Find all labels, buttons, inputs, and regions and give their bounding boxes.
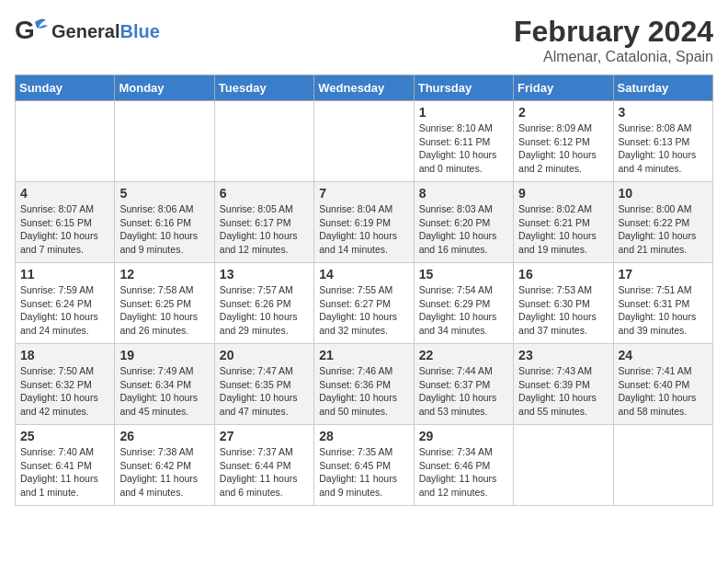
sunset-info: Sunset: 6:35 PM — [220, 379, 291, 390]
day-number: 4 — [20, 186, 109, 201]
day-number: 28 — [319, 429, 408, 443]
calendar-cell: 21Sunrise: 7:46 AMSunset: 6:36 PMDayligh… — [314, 344, 414, 425]
day-info: Sunrise: 7:58 AMSunset: 6:25 PMDaylight:… — [119, 283, 209, 338]
sub-title: Almenar, Catalonia, Spain — [514, 49, 713, 65]
day-number: 7 — [319, 186, 408, 201]
sunset-info: Sunset: 6:44 PM — [220, 460, 291, 471]
day-number: 25 — [20, 429, 109, 443]
sunset-info: Sunset: 6:45 PM — [319, 460, 391, 471]
day-number: 3 — [619, 105, 708, 120]
week-row-5: 25Sunrise: 7:40 AMSunset: 6:41 PMDayligh… — [16, 425, 713, 506]
calendar-cell: 16Sunrise: 7:53 AMSunset: 6:30 PMDayligh… — [514, 263, 613, 344]
calendar-cell — [115, 101, 214, 182]
day-info: Sunrise: 7:55 AMSunset: 6:27 PMDaylight:… — [319, 283, 408, 338]
day-number: 11 — [20, 267, 109, 282]
calendar-cell: 1Sunrise: 8:10 AMSunset: 6:11 PMDaylight… — [414, 101, 513, 182]
calendar-cell — [214, 101, 313, 182]
daylight-info: Daylight: 10 hours and 9 minutes. — [119, 230, 198, 255]
day-number: 2 — [518, 105, 608, 120]
sunrise-info: Sunrise: 8:07 AM — [20, 203, 94, 214]
logo-icon: G — [15, 15, 48, 48]
day-info: Sunrise: 7:34 AMSunset: 6:46 PMDaylight:… — [419, 445, 508, 500]
daylight-info: Daylight: 10 hours and 29 minutes. — [220, 311, 298, 336]
sunrise-info: Sunrise: 7:50 AM — [20, 365, 94, 376]
daylight-info: Daylight: 10 hours and 19 minutes. — [518, 230, 597, 255]
daylight-info: Daylight: 10 hours and 45 minutes. — [119, 392, 198, 417]
sunrise-info: Sunrise: 7:38 AM — [119, 446, 193, 457]
daylight-info: Daylight: 10 hours and 37 minutes. — [518, 311, 597, 336]
sunrise-info: Sunrise: 7:40 AM — [20, 446, 94, 457]
weekday-header-monday: Monday — [115, 75, 214, 101]
calendar-cell — [514, 425, 613, 506]
calendar-cell: 24Sunrise: 7:41 AMSunset: 6:40 PMDayligh… — [613, 344, 712, 425]
sunset-info: Sunset: 6:17 PM — [220, 217, 291, 228]
title-block: February 2024 Almenar, Catalonia, Spain — [514, 15, 713, 65]
daylight-info: Daylight: 11 hours and 6 minutes. — [220, 473, 298, 498]
calendar-cell: 17Sunrise: 7:51 AMSunset: 6:31 PMDayligh… — [613, 263, 712, 344]
calendar-cell: 9Sunrise: 8:02 AMSunset: 6:21 PMDaylight… — [514, 182, 613, 263]
day-number: 29 — [419, 429, 508, 443]
main-title: February 2024 — [514, 15, 713, 49]
day-number: 18 — [20, 348, 109, 362]
daylight-info: Daylight: 10 hours and 53 minutes. — [419, 392, 497, 417]
sunset-info: Sunset: 6:46 PM — [419, 460, 491, 471]
day-number: 22 — [419, 348, 508, 362]
sunrise-info: Sunrise: 8:05 AM — [220, 203, 293, 214]
calendar-cell: 7Sunrise: 8:04 AMSunset: 6:19 PMDaylight… — [314, 182, 414, 263]
sunrise-info: Sunrise: 7:53 AM — [518, 284, 592, 295]
daylight-info: Daylight: 10 hours and 55 minutes. — [518, 392, 597, 417]
sunrise-info: Sunrise: 8:09 AM — [518, 122, 592, 133]
calendar-cell: 2Sunrise: 8:09 AMSunset: 6:12 PMDaylight… — [514, 101, 613, 182]
calendar-cell: 23Sunrise: 7:43 AMSunset: 6:39 PMDayligh… — [514, 344, 613, 425]
sunset-info: Sunset: 6:34 PM — [119, 379, 191, 390]
sunrise-info: Sunrise: 7:59 AM — [20, 284, 94, 295]
calendar-table: SundayMondayTuesdayWednesdayThursdayFrid… — [15, 75, 713, 506]
day-info: Sunrise: 8:04 AMSunset: 6:19 PMDaylight:… — [319, 202, 408, 257]
calendar-cell: 26Sunrise: 7:38 AMSunset: 6:42 PMDayligh… — [115, 425, 214, 506]
calendar-cell — [314, 101, 414, 182]
sunset-info: Sunset: 6:26 PM — [220, 298, 291, 309]
sunrise-info: Sunrise: 7:41 AM — [619, 365, 692, 376]
day-info: Sunrise: 8:05 AMSunset: 6:17 PMDaylight:… — [220, 202, 309, 257]
sunrise-info: Sunrise: 7:35 AM — [319, 446, 392, 457]
weekday-header-friday: Friday — [514, 75, 613, 101]
calendar-cell: 15Sunrise: 7:54 AMSunset: 6:29 PMDayligh… — [414, 263, 513, 344]
sunset-info: Sunset: 6:41 PM — [20, 460, 92, 471]
sunrise-info: Sunrise: 8:02 AM — [518, 203, 592, 214]
day-info: Sunrise: 7:47 AMSunset: 6:35 PMDaylight:… — [220, 364, 309, 419]
calendar-cell: 18Sunrise: 7:50 AMSunset: 6:32 PMDayligh… — [16, 344, 115, 425]
day-info: Sunrise: 7:41 AMSunset: 6:40 PMDaylight:… — [619, 364, 708, 419]
sunrise-info: Sunrise: 7:54 AM — [419, 284, 493, 295]
weekday-header-tuesday: Tuesday — [214, 75, 313, 101]
weekday-header-row: SundayMondayTuesdayWednesdayThursdayFrid… — [16, 75, 713, 101]
sunrise-info: Sunrise: 7:57 AM — [220, 284, 293, 295]
sunrise-info: Sunrise: 8:03 AM — [419, 203, 493, 214]
sunset-info: Sunset: 6:21 PM — [518, 217, 590, 228]
day-info: Sunrise: 7:49 AMSunset: 6:34 PMDaylight:… — [119, 364, 209, 419]
day-info: Sunrise: 8:08 AMSunset: 6:13 PMDaylight:… — [619, 121, 708, 176]
calendar-cell: 29Sunrise: 7:34 AMSunset: 6:46 PMDayligh… — [414, 425, 513, 506]
day-number: 27 — [220, 429, 309, 443]
day-info: Sunrise: 7:46 AMSunset: 6:36 PMDaylight:… — [319, 364, 408, 419]
sunset-info: Sunset: 6:13 PM — [619, 136, 690, 147]
sunrise-info: Sunrise: 7:44 AM — [419, 365, 493, 376]
sunset-info: Sunset: 6:22 PM — [619, 217, 690, 228]
sunset-info: Sunset: 6:30 PM — [518, 298, 590, 309]
daylight-info: Daylight: 10 hours and 58 minutes. — [619, 392, 697, 417]
weekday-header-sunday: Sunday — [16, 75, 115, 101]
sunrise-info: Sunrise: 7:55 AM — [319, 284, 392, 295]
day-info: Sunrise: 7:40 AMSunset: 6:41 PMDaylight:… — [20, 445, 109, 500]
day-info: Sunrise: 7:44 AMSunset: 6:37 PMDaylight:… — [419, 364, 508, 419]
daylight-info: Daylight: 10 hours and 4 minutes. — [619, 149, 697, 174]
daylight-info: Daylight: 10 hours and 2 minutes. — [518, 149, 597, 174]
daylight-info: Daylight: 10 hours and 14 minutes. — [319, 230, 397, 255]
sunrise-info: Sunrise: 7:43 AM — [518, 365, 592, 376]
day-number: 20 — [220, 348, 309, 362]
page-header: G GeneralBlue February 2024 Almenar, Cat… — [15, 15, 713, 65]
day-info: Sunrise: 8:00 AMSunset: 6:22 PMDaylight:… — [619, 202, 708, 257]
sunrise-info: Sunrise: 7:49 AM — [119, 365, 193, 376]
day-info: Sunrise: 7:51 AMSunset: 6:31 PMDaylight:… — [619, 283, 708, 338]
calendar-cell: 11Sunrise: 7:59 AMSunset: 6:24 PMDayligh… — [16, 263, 115, 344]
calendar-cell: 8Sunrise: 8:03 AMSunset: 6:20 PMDaylight… — [414, 182, 513, 263]
calendar-cell: 27Sunrise: 7:37 AMSunset: 6:44 PMDayligh… — [214, 425, 313, 506]
